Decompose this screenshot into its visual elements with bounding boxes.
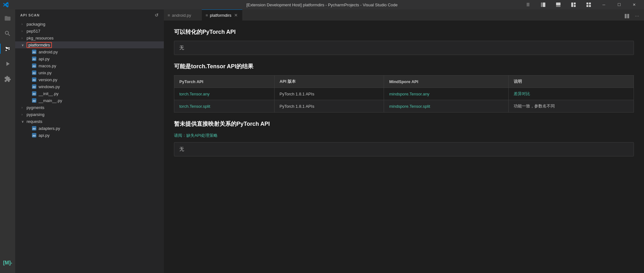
maximize-button[interactable]: ☐ — [612, 0, 626, 9]
sidebar-item-android-py[interactable]: py android.py — [15, 48, 164, 55]
sidebar-item-label: api.py — [39, 133, 50, 138]
chevron-right-icon: › — [22, 113, 27, 116]
svg-rect-10 — [589, 5, 591, 7]
minimize-button[interactable]: ─ — [597, 0, 611, 9]
svg-rect-4 — [571, 3, 573, 7]
activity-bottom: [M]s — [0, 255, 15, 273]
sidebar-item-pep517[interactable]: › pep517 — [15, 27, 164, 34]
toggle-sidebar-button[interactable] — [536, 0, 550, 9]
svg-rect-2 — [556, 3, 560, 5]
sidebar: API SCAN ↺ › packaging › pep517 › pkg_re… — [15, 9, 164, 273]
pytorch-api-cell: torch.Tensor.split — [174, 100, 275, 112]
python-file-icon: py — [32, 126, 37, 131]
tab-android-py[interactable]: ≡ android.py — [164, 9, 202, 21]
pytorch-api-cell: torch.Tensor.any — [174, 88, 275, 100]
chevron-down-icon: ∨ — [22, 43, 27, 47]
tab-label: platformdirs — [210, 13, 232, 18]
svg-rect-3 — [556, 6, 560, 7]
mindspore-api-cell: mindspore.Tensor.any — [384, 88, 509, 100]
title-bar-left — [3, 2, 9, 8]
section3-empty-text: 无 — [179, 146, 184, 152]
api-version-cell: PyTorch 1.8.1 APIs — [274, 88, 384, 100]
main-layout: [M]s API SCAN ↺ › packaging › pep517 › p… — [0, 9, 644, 273]
window-controls: ☰ ─ ☐ ✕ — [521, 0, 641, 9]
sidebar-item-label: windows.py — [39, 84, 60, 89]
tab-platformdirs[interactable]: ≡ platformdirs ✕ — [202, 9, 242, 21]
sidebar-title: API SCAN — [20, 13, 40, 17]
svg-rect-1 — [543, 3, 545, 7]
python-file-icon: py — [32, 91, 37, 96]
customize-layout-button[interactable] — [581, 0, 596, 9]
torch-tensor-split-link[interactable]: torch.Tensor.split — [179, 104, 210, 109]
python-file-icon: py — [32, 56, 37, 61]
extensions-icon[interactable] — [0, 71, 15, 87]
svg-rect-0 — [541, 3, 542, 7]
sidebar-item-windows-py[interactable]: py windows.py — [15, 83, 164, 90]
section3-title: 暂未提供直接映射关系的PyTorch API — [174, 120, 634, 128]
vscode-logo-icon — [3, 2, 9, 8]
sidebar-item-packaging[interactable]: › packaging — [15, 21, 164, 27]
diff-compare-link[interactable]: 差异对比 — [514, 91, 530, 96]
mindspore-tensor-any-link[interactable]: mindspore.Tensor.any — [389, 92, 429, 96]
section1-empty-text: 无 — [179, 45, 184, 50]
sidebar-item-pkg-resources[interactable]: › pkg_resources — [15, 34, 164, 41]
chevron-down-icon: ∨ — [22, 120, 27, 123]
sidebar-item-label: adapters.py — [39, 126, 60, 131]
svg-rect-6 — [574, 5, 576, 7]
python-file-icon: py — [32, 49, 37, 54]
more-actions-button[interactable]: ··· — [633, 12, 641, 21]
python-file-icon: py — [32, 133, 37, 138]
sidebar-item-adapters-py[interactable]: py adapters.py — [15, 125, 164, 132]
sidebar-item-version-py[interactable]: py version.py — [15, 76, 164, 83]
python-file-icon: py — [32, 98, 37, 103]
explorer-icon[interactable] — [0, 11, 15, 26]
chevron-right-icon: › — [22, 106, 27, 109]
tab-icon: ≡ — [168, 13, 170, 18]
torch-tensor-any-link[interactable]: torch.Tensor.any — [179, 92, 209, 96]
close-button[interactable]: ✕ — [627, 0, 641, 9]
sidebar-item-api-py[interactable]: py api.py — [15, 55, 164, 62]
sidebar-item-requests[interactable]: ∨ requests — [15, 118, 164, 125]
search-icon[interactable] — [0, 26, 15, 41]
split-editor-button[interactable] — [622, 12, 631, 21]
svg-rect-7 — [586, 3, 588, 4]
col-header-api-version: API 版本 — [274, 76, 384, 88]
activity-bar: [M]s — [0, 9, 15, 273]
sidebar-item-label: pep517 — [27, 29, 40, 33]
missing-api-link[interactable]: 请阅：缺失API处理策略 — [174, 133, 218, 138]
col-header-mindspore-api: MindSpore API — [384, 76, 509, 88]
table-row: torch.Tensor.any PyTorch 1.8.1 APIs mind… — [174, 88, 634, 100]
sidebar-item-label: api.py — [39, 57, 50, 61]
hamburger-menu-button[interactable]: ☰ — [521, 0, 535, 9]
toggle-panel-button[interactable] — [551, 0, 566, 9]
title-bar: [Extension Development Host] platformdir… — [0, 0, 644, 9]
mindspore-icon[interactable]: [M]s — [0, 255, 15, 270]
sidebar-item-main-py[interactable]: py __main__.py — [15, 97, 164, 104]
section1-empty-box: 无 — [174, 41, 634, 55]
col-header-pytorch-api: PyTorch API — [174, 76, 275, 88]
run-debug-icon[interactable] — [0, 56, 15, 71]
sidebar-item-label: android.py — [39, 50, 58, 54]
mindspore-tensor-split-link[interactable]: mindspore.Tensor.split — [389, 104, 430, 109]
sidebar-item-macos-py[interactable]: py macos.py — [15, 62, 164, 69]
sidebar-item-label: pyparsing — [27, 112, 44, 117]
split-editor-layout-button[interactable] — [566, 0, 581, 9]
tab-label: android.py — [172, 13, 191, 18]
refresh-button[interactable]: ↺ — [155, 13, 159, 18]
section3-empty-box: 无 — [174, 142, 634, 156]
sidebar-item-label: packaging — [27, 22, 45, 27]
sidebar-item-label: unix.py — [39, 70, 52, 75]
window-title: [Extension Development Host] platformdir… — [246, 3, 398, 7]
sidebar-item-pyparsing[interactable]: › pyparsing — [15, 111, 164, 118]
sidebar-item-requests-api-py[interactable]: py api.py — [15, 132, 164, 139]
sidebar-item-unix-py[interactable]: py unix.py — [15, 69, 164, 76]
sidebar-item-init-py[interactable]: py __init__.py — [15, 90, 164, 97]
sidebar-item-pygments[interactable]: › pygments — [15, 104, 164, 111]
svg-rect-9 — [586, 5, 588, 7]
source-control-icon[interactable] — [0, 41, 15, 56]
tab-close-button[interactable]: ✕ — [233, 12, 238, 18]
section1-title: 可以转化的PyTorch API — [174, 28, 634, 36]
sidebar-item-platformdirs[interactable]: ∨ platformdirs — [15, 41, 164, 48]
sidebar-item-label: __init__.py — [39, 91, 59, 96]
sidebar-header: API SCAN ↺ — [15, 9, 164, 21]
